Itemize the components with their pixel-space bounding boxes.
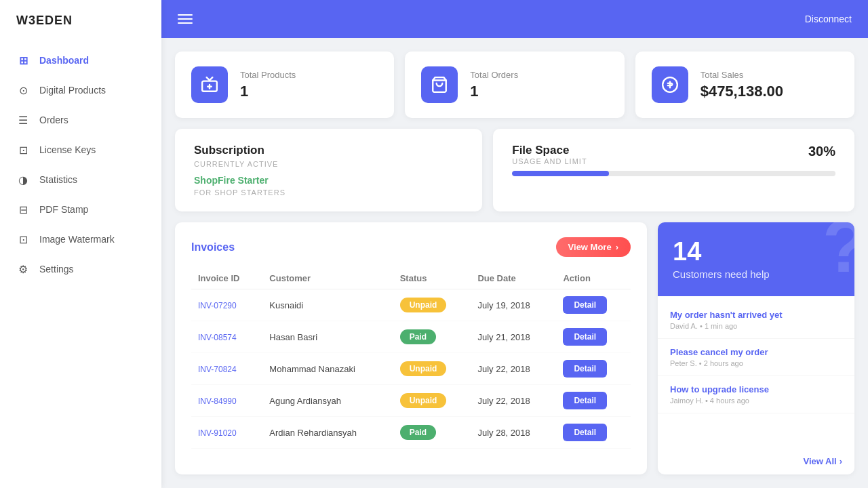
help-msg-meta: David A. • 1 min ago <box>670 322 842 330</box>
sidebar-label-statistics: Statistics <box>39 174 77 185</box>
total-products-value: 1 <box>240 83 296 100</box>
subscription-card: Subscription CURRENTLY ACTIVE ShopFire S… <box>175 129 482 211</box>
disconnect-button[interactable]: Disconnect <box>805 14 852 24</box>
sidebar-nav: ⊞ Dashboard ⊙ Digital Products ☰ Orders … <box>0 40 161 289</box>
stat-card-total-sales: Total Sales $475,138.00 <box>635 52 854 118</box>
total-orders-label: Total Orders <box>470 70 518 80</box>
sidebar-label-settings: Settings <box>39 264 74 274</box>
status-badge: Paid <box>400 425 436 440</box>
help-msg-meta: Peter S. • 2 hours ago <box>670 359 842 367</box>
col-customer: Customer <box>262 268 393 289</box>
total-products-icon <box>191 66 228 103</box>
detail-button[interactable]: Detail <box>563 328 607 346</box>
view-more-arrow: › <box>616 242 618 252</box>
sidebar-label-image-watermark: Image Watermark <box>39 234 115 245</box>
filespace-progress-fill <box>512 171 609 176</box>
invoice-id-link[interactable]: INV-70824 <box>198 365 237 374</box>
help-msg-title: My order hasn't arrived yet <box>670 310 842 320</box>
status-cell: Unpaid <box>393 385 471 417</box>
sidebar-label-dashboard: Dashboard <box>39 55 89 66</box>
customer-cell: Agung Ardiansyah <box>262 385 393 417</box>
status-badge: Unpaid <box>400 298 447 312</box>
help-msg-meta: Jaimoy H. • 4 hours ago <box>670 396 842 405</box>
table-row: INV-70824 Mohammad Nanazaki Unpaid July … <box>191 353 631 385</box>
sidebar-item-settings[interactable]: ⚙ Settings <box>0 254 161 284</box>
topbar: Disconnect <box>161 0 868 38</box>
orders-icon: ☰ <box>16 113 30 127</box>
view-more-label: View More <box>568 242 612 252</box>
help-card-top-bg: ? <box>823 222 854 283</box>
detail-button[interactable]: Detail <box>563 424 607 441</box>
dashboard-icon: ⊞ <box>16 54 30 67</box>
help-footer: View All › <box>658 448 854 474</box>
help-label: Customers need help <box>673 268 770 280</box>
main-area: Disconnect Total Products 1 <box>161 0 868 488</box>
action-cell: Detail <box>556 321 631 353</box>
table-row: INV-08574 Hasan Basri Paid July 21, 2018… <box>191 321 631 353</box>
menu-toggle[interactable] <box>178 14 193 24</box>
total-orders-icon <box>421 66 458 103</box>
col-action: Action <box>556 268 631 289</box>
view-all-link[interactable]: View All › <box>804 456 842 466</box>
sidebar-label-digital-products: Digital Products <box>39 85 106 96</box>
sidebar-item-dashboard[interactable]: ⊞ Dashboard <box>0 45 161 75</box>
help-messages: My order hasn't arrived yet David A. • 1… <box>658 296 854 448</box>
subscription-title: Subscription <box>194 144 463 157</box>
total-products-label: Total Products <box>240 70 296 80</box>
view-more-button[interactable]: View More › <box>556 237 631 257</box>
sidebar-item-image-watermark[interactable]: ⊡ Image Watermark <box>0 224 161 254</box>
bottom-row: Invoices View More › Invoice ID Customer… <box>175 222 854 474</box>
sidebar-item-pdf-stamp[interactable]: ⊟ PDF Stamp <box>0 195 161 224</box>
col-status: Status <box>393 268 471 289</box>
help-message-item[interactable]: My order hasn't arrived yet David A. • 1… <box>658 302 854 339</box>
due-date-cell: July 19, 2018 <box>471 289 556 321</box>
help-message-item[interactable]: Please cancel my order Peter S. • 2 hour… <box>658 339 854 376</box>
digital-products-icon: ⊙ <box>16 83 30 97</box>
status-cell: Paid <box>393 417 471 449</box>
filespace-title-block: File Space USAGE AND LIMIT <box>512 144 587 165</box>
invoice-table: Invoice ID Customer Status Due Date Acti… <box>191 268 631 449</box>
customer-cell: Ardian Rehardiansyah <box>262 417 393 449</box>
invoice-id-link[interactable]: INV-84990 <box>198 396 237 406</box>
invoice-id-link[interactable]: INV-08574 <box>198 333 237 342</box>
help-info: 14 Customers need help <box>673 239 770 280</box>
view-all-arrow: › <box>840 456 842 466</box>
col-due-date: Due Date <box>471 268 556 289</box>
invoice-id-link[interactable]: INV-07290 <box>198 301 237 310</box>
subscription-plan: ShopFire Starter <box>194 175 463 186</box>
image-watermark-icon: ⊡ <box>16 232 30 246</box>
invoice-id-link[interactable]: INV-91020 <box>198 428 237 438</box>
action-cell: Detail <box>556 289 631 321</box>
filespace-percent: 30% <box>808 144 835 159</box>
sidebar-item-orders[interactable]: ☰ Orders <box>0 105 161 135</box>
filespace-title: File Space <box>512 144 587 157</box>
table-row: INV-07290 Kusnaidi Unpaid July 19, 2018 … <box>191 289 631 321</box>
detail-button[interactable]: Detail <box>563 392 607 409</box>
status-badge: Unpaid <box>400 361 447 376</box>
invoices-header: Invoices View More › <box>191 237 631 257</box>
sidebar-label-license-keys: License Keys <box>39 144 96 155</box>
settings-icon: ⚙ <box>16 262 30 276</box>
view-all-label: View All <box>804 456 837 466</box>
total-orders-value: 1 <box>470 83 518 100</box>
invoice-id-cell: INV-08574 <box>191 321 262 353</box>
stat-info-total-sales: Total Sales $475,138.00 <box>701 70 783 100</box>
sidebar-item-license-keys[interactable]: ⊡ License Keys <box>0 135 161 165</box>
sidebar-item-statistics[interactable]: ◑ Statistics <box>0 165 161 195</box>
col-invoice-id: Invoice ID <box>191 268 262 289</box>
license-keys-icon: ⊡ <box>16 143 30 157</box>
status-badge: Paid <box>400 329 436 344</box>
detail-button[interactable]: Detail <box>563 296 607 314</box>
help-card-top: ? 14 Customers need help <box>658 222 854 296</box>
sidebar-item-digital-products[interactable]: ⊙ Digital Products <box>0 75 161 105</box>
status-cell: Unpaid <box>393 289 471 321</box>
sidebar: W3EDEN ⊞ Dashboard ⊙ Digital Products ☰ … <box>0 0 161 488</box>
help-message-item[interactable]: How to upgrade license Jaimoy H. • 4 hou… <box>658 376 854 413</box>
table-row: INV-84990 Agung Ardiansyah Unpaid July 2… <box>191 385 631 417</box>
invoice-id-cell: INV-91020 <box>191 417 262 449</box>
pdf-stamp-icon: ⊟ <box>16 203 30 216</box>
stat-card-total-products: Total Products 1 <box>175 52 394 118</box>
detail-button[interactable]: Detail <box>563 360 607 378</box>
total-sales-value: $475,138.00 <box>701 83 783 100</box>
stat-info-total-orders: Total Orders 1 <box>470 70 518 100</box>
